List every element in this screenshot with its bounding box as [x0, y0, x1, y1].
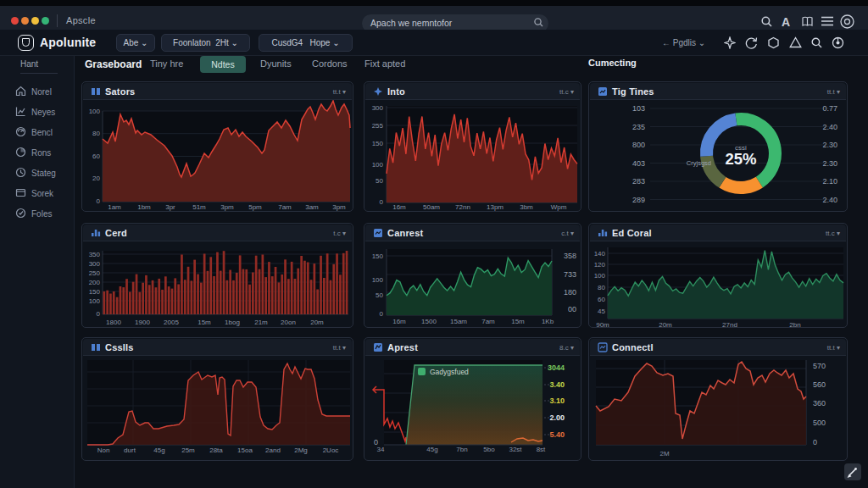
svg-text:15oa: 15oa: [237, 446, 253, 454]
svg-text:Cryjsgsd: Cryjsgsd: [687, 159, 711, 167]
svg-text:28ta: 28ta: [209, 446, 223, 454]
svg-text:1500: 1500: [421, 318, 437, 325]
svg-text:500: 500: [813, 419, 826, 427]
svg-text:50: 50: [376, 291, 383, 299]
svg-text:3.10: 3.10: [549, 396, 565, 405]
svg-text:3pr: 3pr: [165, 203, 175, 211]
svg-text:25m: 25m: [181, 446, 195, 454]
svg-text:3bm: 3bm: [520, 203, 533, 211]
svg-text:durt: durt: [124, 446, 136, 454]
svg-text:7am: 7am: [278, 203, 292, 211]
svg-text:358: 358: [564, 252, 576, 260]
svg-text:16m: 16m: [392, 203, 406, 211]
svg-text:60: 60: [92, 152, 100, 160]
svg-text:15m: 15m: [511, 318, 525, 325]
svg-text:1bog: 1bog: [225, 319, 240, 326]
svg-text:25%: 25%: [725, 150, 756, 168]
svg-text:403: 403: [632, 159, 645, 168]
svg-text:13pm: 13pm: [487, 203, 504, 211]
svg-text:1bm: 1bm: [137, 203, 151, 211]
svg-text:570: 570: [813, 362, 826, 370]
svg-text:180: 180: [564, 288, 576, 297]
svg-text:103: 103: [632, 104, 645, 113]
svg-text:2.40: 2.40: [822, 196, 837, 204]
svg-text:2.30: 2.30: [822, 159, 837, 168]
svg-text:Gadygsfued: Gadygsfued: [430, 368, 469, 376]
svg-text:5pm: 5pm: [248, 203, 262, 211]
svg-text:300: 300: [372, 104, 384, 112]
svg-text:00: 00: [568, 305, 576, 313]
svg-text:0: 0: [813, 438, 817, 446]
svg-text:3044: 3044: [548, 363, 565, 372]
svg-text:100: 100: [594, 272, 606, 280]
svg-text:20: 20: [92, 175, 100, 182]
svg-text:2.30: 2.30: [822, 141, 837, 149]
svg-text:7am: 7am: [481, 318, 495, 325]
svg-text:289: 289: [632, 196, 645, 204]
svg-text:150: 150: [372, 252, 384, 260]
svg-text:100: 100: [372, 161, 384, 169]
svg-text:1am: 1am: [108, 203, 121, 211]
svg-text:Wpm: Wpm: [551, 203, 567, 211]
svg-text:3.40: 3.40: [549, 380, 565, 389]
svg-text:90m: 90m: [596, 321, 609, 329]
svg-text:20m: 20m: [310, 319, 324, 326]
svg-text:150: 150: [89, 288, 101, 296]
svg-text:2M: 2M: [659, 450, 669, 458]
svg-text:2bn: 2bn: [789, 321, 800, 329]
svg-text:1900: 1900: [135, 319, 150, 326]
svg-text:2Uoc: 2Uoc: [323, 446, 339, 454]
svg-text:2and: 2and: [265, 446, 281, 454]
svg-text:5.40: 5.40: [549, 430, 565, 439]
svg-text:2Mg: 2Mg: [294, 446, 308, 454]
svg-text:100: 100: [372, 276, 384, 284]
svg-text:2.10: 2.10: [822, 177, 837, 186]
svg-text:733: 733: [564, 270, 576, 279]
svg-text:560: 560: [813, 380, 826, 389]
svg-text:80: 80: [92, 130, 100, 137]
svg-text:3am: 3am: [305, 203, 319, 211]
svg-text:16m: 16m: [392, 318, 406, 325]
svg-text:50: 50: [376, 177, 383, 185]
svg-text:34: 34: [377, 446, 385, 453]
svg-text:350: 350: [89, 251, 101, 258]
svg-text:50am: 50am: [423, 203, 440, 211]
svg-text:0.77: 0.77: [822, 104, 837, 113]
svg-text:45g: 45g: [426, 446, 437, 453]
svg-text:0: 0: [97, 197, 101, 205]
svg-text:100: 100: [89, 108, 101, 115]
svg-text:0: 0: [380, 310, 384, 318]
svg-text:235: 235: [632, 123, 645, 131]
svg-text:2.00: 2.00: [549, 413, 565, 422]
svg-text:3pm: 3pm: [220, 203, 234, 211]
svg-text:20m: 20m: [659, 321, 672, 329]
svg-text:3pm: 3pm: [332, 203, 346, 211]
svg-text:60: 60: [598, 296, 605, 303]
svg-text:250: 250: [89, 269, 101, 277]
svg-text:2.40: 2.40: [822, 123, 837, 131]
svg-text:150: 150: [372, 140, 384, 147]
svg-text:21m: 21m: [254, 319, 268, 326]
svg-text:300: 300: [89, 260, 101, 268]
svg-text:80: 80: [598, 284, 605, 291]
svg-text:32st: 32st: [509, 446, 522, 453]
svg-text:15m: 15m: [198, 319, 211, 326]
svg-text:5bo: 5bo: [483, 446, 495, 453]
svg-text:100: 100: [89, 297, 101, 305]
svg-text:Non: Non: [97, 446, 110, 454]
svg-text:120: 120: [594, 261, 606, 269]
svg-text:45: 45: [598, 308, 605, 315]
svg-text:0: 0: [380, 198, 384, 206]
svg-text:255: 255: [372, 122, 384, 130]
svg-text:360: 360: [813, 399, 826, 408]
svg-text:800: 800: [632, 141, 645, 149]
svg-text:51m: 51m: [192, 203, 206, 211]
svg-text:72nn: 72nn: [455, 203, 470, 211]
svg-text:1800: 1800: [106, 319, 121, 326]
svg-text:20on: 20on: [281, 319, 296, 326]
svg-text:15am: 15am: [450, 318, 467, 325]
svg-text:8st: 8st: [537, 446, 546, 453]
svg-text:140: 140: [594, 250, 606, 258]
svg-text:45g: 45g: [153, 446, 164, 454]
svg-text:1Kb: 1Kb: [542, 318, 554, 325]
